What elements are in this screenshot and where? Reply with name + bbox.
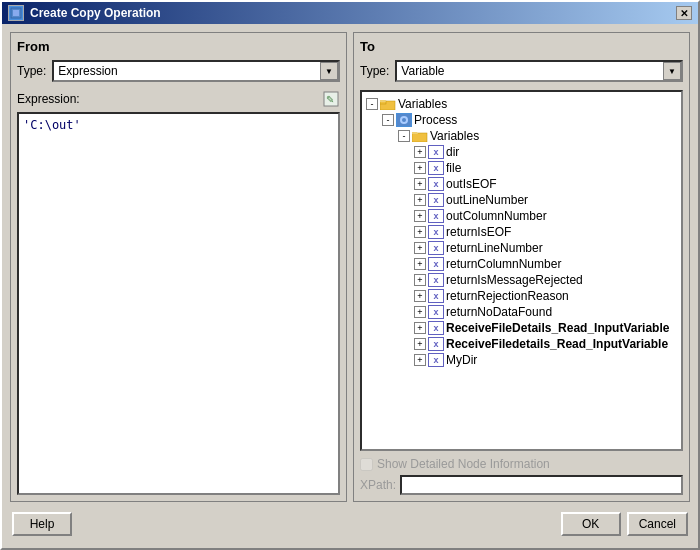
show-detailed-checkbox[interactable] [360, 458, 373, 471]
svg-rect-1 [13, 10, 19, 16]
tree-label-returnLineNumber: returnLineNumber [446, 241, 543, 255]
from-type-select[interactable]: Expression Variable Literal [52, 60, 340, 82]
var-icon-dir: x [428, 145, 444, 159]
tree-label-returnNoDataFound: returnNoDataFound [446, 305, 552, 319]
expression-value[interactable]: 'C:\out' [17, 112, 340, 495]
tree-label-outLineNumber: outLineNumber [446, 193, 528, 207]
to-panel: To Type: Variable Expression Literal ▼ [353, 32, 690, 502]
expand-dir[interactable]: + [414, 146, 426, 158]
var-icon-returnNoDataFound: x [428, 305, 444, 319]
expand-returnRejectionReason[interactable]: + [414, 290, 426, 302]
tree-item-variables-root[interactable]: - Variables [366, 96, 677, 112]
expand-outIsEOF[interactable]: + [414, 178, 426, 190]
tree-item-returnLineNumber[interactable]: + x returnLineNumber [366, 240, 677, 256]
from-type-row: Type: Expression Variable Literal ▼ [17, 60, 340, 82]
ok-button[interactable]: OK [561, 512, 621, 536]
expand-outColumnNumber[interactable]: + [414, 210, 426, 222]
folder-icon-variables-sub [412, 130, 428, 142]
expand-returnIsMessageRejected[interactable]: + [414, 274, 426, 286]
var-icon-outIsEOF: x [428, 177, 444, 191]
tree-label-variables-root: Variables [398, 97, 447, 111]
var-icon-returnRejectionReason: x [428, 289, 444, 303]
window-icon [8, 5, 24, 21]
tree-item-returnRejectionReason[interactable]: + x returnRejectionReason [366, 288, 677, 304]
expand-returnIsEOF[interactable]: + [414, 226, 426, 238]
tree-item-returnIsMessageRejected[interactable]: + x returnIsMessageRejected [366, 272, 677, 288]
tree-item-variables-sub[interactable]: - Variables [366, 128, 677, 144]
var-icon-ReceiveFileDetails: x [428, 321, 444, 335]
cancel-button[interactable]: Cancel [627, 512, 688, 536]
tree-item-MyDir[interactable]: + x MyDir [366, 352, 677, 368]
var-icon-file: x [428, 161, 444, 175]
tree-label-returnColumnNumber: returnColumnNumber [446, 257, 561, 271]
svg-point-9 [402, 118, 406, 122]
expand-ReceiveFiledetails[interactable]: + [414, 338, 426, 350]
expand-MyDir[interactable]: + [414, 354, 426, 366]
title-bar: Create Copy Operation ✕ [2, 2, 698, 24]
var-icon-returnLineNumber: x [428, 241, 444, 255]
expand-outLineNumber[interactable]: + [414, 194, 426, 206]
var-icon-returnColumnNumber: x [428, 257, 444, 271]
tree-item-returnColumnNumber[interactable]: + x returnColumnNumber [366, 256, 677, 272]
tree-item-outIsEOF[interactable]: + x outIsEOF [366, 176, 677, 192]
xpath-row: XPath: [360, 475, 683, 495]
tree-item-ReceiveFiledetails[interactable]: + x ReceiveFiledetails_Read_InputVariabl… [366, 336, 677, 352]
svg-rect-10 [412, 133, 427, 142]
to-type-row: Type: Variable Expression Literal ▼ [360, 60, 683, 82]
var-icon-ReceiveFiledetails: x [428, 337, 444, 351]
help-button[interactable]: Help [12, 512, 72, 536]
to-type-label: Type: [360, 64, 389, 78]
svg-text:✎: ✎ [326, 94, 334, 105]
tree-label-MyDir: MyDir [446, 353, 477, 367]
right-panel-bottom: Show Detailed Node Information XPath: [360, 457, 683, 495]
tree-label-file: file [446, 161, 461, 175]
tree-label-outIsEOF: outIsEOF [446, 177, 497, 191]
expand-returnLineNumber[interactable]: + [414, 242, 426, 254]
var-icon-outColumnNumber: x [428, 209, 444, 223]
from-panel: From Type: Expression Variable Literal ▼ [10, 32, 347, 502]
expand-returnColumnNumber[interactable]: + [414, 258, 426, 270]
close-button[interactable]: ✕ [676, 6, 692, 20]
tree-label-process: Process [414, 113, 457, 127]
svg-marker-6 [380, 100, 386, 102]
tree-item-returnIsEOF[interactable]: + x returnIsEOF [366, 224, 677, 240]
expression-edit-icon[interactable]: ✎ [322, 90, 340, 108]
svg-marker-11 [412, 132, 418, 134]
tree-item-returnNoDataFound[interactable]: + x returnNoDataFound [366, 304, 677, 320]
var-icon-outLineNumber: x [428, 193, 444, 207]
xpath-input[interactable] [400, 475, 683, 495]
expression-header: Expression: ✎ [17, 90, 340, 108]
tree-label-outColumnNumber: outColumnNumber [446, 209, 547, 223]
tree-item-dir[interactable]: + x dir [366, 144, 677, 160]
tree-label-returnRejectionReason: returnRejectionReason [446, 289, 569, 303]
tree-item-outLineNumber[interactable]: + x outLineNumber [366, 192, 677, 208]
create-copy-operation-dialog: Create Copy Operation ✕ From Type: Expre… [0, 0, 700, 550]
show-detailed-label: Show Detailed Node Information [377, 457, 550, 471]
tree-label-returnIsEOF: returnIsEOF [446, 225, 511, 239]
var-icon-returnIsEOF: x [428, 225, 444, 239]
expand-variables-sub[interactable]: - [398, 130, 410, 142]
expand-file[interactable]: + [414, 162, 426, 174]
expand-returnNoDataFound[interactable]: + [414, 306, 426, 318]
to-type-select[interactable]: Variable Expression Literal [395, 60, 683, 82]
window-title: Create Copy Operation [30, 6, 161, 20]
to-panel-title: To [360, 39, 683, 54]
title-bar-left: Create Copy Operation [8, 5, 161, 21]
expand-ReceiveFileDetails[interactable]: + [414, 322, 426, 334]
expand-process[interactable]: - [382, 114, 394, 126]
process-icon [396, 113, 412, 127]
from-type-label: Type: [17, 64, 46, 78]
variable-tree[interactable]: - Variables - [360, 90, 683, 451]
tree-label-variables-sub: Variables [430, 129, 479, 143]
tree-item-file[interactable]: + x file [366, 160, 677, 176]
footer: Help OK Cancel [10, 508, 690, 540]
tree-item-ReceiveFileDetails[interactable]: + x ReceiveFileDetails_Read_InputVariabl… [366, 320, 677, 336]
show-detailed-row: Show Detailed Node Information [360, 457, 683, 471]
var-icon-returnIsMessageRejected: x [428, 273, 444, 287]
tree-item-process[interactable]: - Process [366, 112, 677, 128]
from-panel-title: From [17, 39, 340, 54]
tree-label-ReceiveFiledetails: ReceiveFiledetails_Read_InputVariable [446, 337, 668, 351]
tree-item-outColumnNumber[interactable]: + x outColumnNumber [366, 208, 677, 224]
from-type-select-wrapper: Expression Variable Literal ▼ [52, 60, 340, 82]
expand-variables-root[interactable]: - [366, 98, 378, 110]
